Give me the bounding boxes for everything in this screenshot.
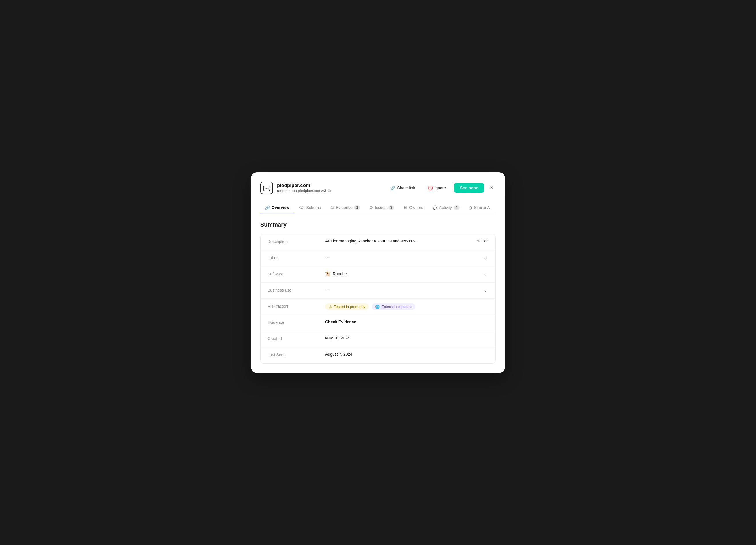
software-row: Software 🐮 Rancher ⌄ [261, 266, 495, 283]
last-seen-value: August 7, 2024 [325, 352, 489, 357]
tab-owners[interactable]: 🖥 Owners [399, 202, 428, 213]
tab-overview[interactable]: 🔗 Overview [260, 202, 294, 213]
header-title: piedpiper.com rancher.app.piedpiper.com/… [277, 183, 331, 193]
similar-icon: ◑ [469, 205, 472, 210]
labels-row: Labels --- ⌄ [261, 250, 495, 266]
last-seen-row: Last Seen August 7, 2024 [261, 347, 495, 364]
external-icon: 🌐 [375, 305, 380, 309]
labels-actions: ⌄ [482, 255, 489, 260]
header: {...} piedpiper.com rancher.app.piedpipe… [260, 181, 496, 194]
summary-title: Summary [260, 221, 496, 228]
risk-badge-external: 🌐 External exposure [372, 304, 415, 310]
close-button[interactable]: × [488, 183, 496, 192]
software-value: 🐮 Rancher [325, 271, 482, 277]
software-badge: 🐮 Rancher [325, 271, 348, 277]
share-icon: 🔗 [390, 185, 395, 190]
tab-similar[interactable]: ◑ Similar A [464, 202, 495, 213]
evidence-row: Evidence Check Evidence [261, 315, 495, 331]
rancher-icon: 🐮 [325, 271, 331, 277]
activity-badge: 4 [454, 205, 460, 210]
copy-icon[interactable]: ⧉ [328, 188, 331, 193]
labels-value: --- [325, 255, 482, 259]
share-link-button[interactable]: 🔗 Share link [386, 183, 420, 192]
domain-url: rancher.app.piedpiper.com/v3 ⧉ [277, 188, 331, 193]
software-actions: ⌄ [482, 271, 489, 277]
risk-factors-value: ⚠ Tested in prod only 🌐 External exposur… [325, 304, 489, 310]
tab-activity[interactable]: 💬 Activity 4 [428, 202, 464, 213]
risk-factors-label: Risk factors [267, 304, 325, 309]
software-chevron[interactable]: ⌄ [482, 271, 489, 277]
evidence-badge: 1 [354, 205, 360, 210]
description-label: Description [267, 239, 325, 244]
description-actions: ✎ Edit [477, 239, 489, 243]
tabs-nav: 🔗 Overview </> Schema ⚖ Evidence 1 ⚙ Iss… [260, 202, 496, 213]
labels-chevron[interactable]: ⌄ [482, 255, 489, 260]
domain-name: piedpiper.com [277, 183, 331, 188]
issues-icon: ⚙ [369, 205, 373, 210]
issues-badge: 3 [388, 205, 394, 210]
edit-icon: ✎ [477, 239, 480, 243]
check-evidence-link[interactable]: Check Evidence [325, 320, 356, 324]
risk-factors-row: Risk factors ⚠ Tested in prod only 🌐 Ext… [261, 299, 495, 315]
overview-icon: 🔗 [265, 205, 270, 210]
last-seen-label: Last Seen [267, 352, 325, 357]
activity-icon: 💬 [433, 205, 437, 210]
header-left: {...} piedpiper.com rancher.app.piedpipe… [260, 181, 331, 194]
warning-icon: ⚠ [329, 305, 332, 309]
business-use-label: Business use [267, 287, 325, 293]
evidence-row-value: Check Evidence [325, 320, 489, 324]
header-actions: 🔗 Share link 🚫 Ignore See scan × [386, 183, 496, 192]
evidence-icon: ⚖ [330, 205, 334, 210]
ignore-icon: 🚫 [428, 185, 433, 190]
summary-card: Description API for managing Rancher res… [260, 234, 496, 364]
software-label: Software [267, 271, 325, 276]
created-row: Created May 10, 2024 [261, 331, 495, 347]
description-row: Description API for managing Rancher res… [261, 234, 495, 250]
business-use-value: --- [325, 287, 482, 292]
business-use-row: Business use --- ⌄ [261, 283, 495, 299]
business-use-actions: ⌄ [482, 287, 489, 293]
see-scan-button[interactable]: See scan [454, 183, 484, 192]
owners-icon: 🖥 [403, 205, 407, 210]
description-value: API for managing Rancher resources and s… [325, 239, 477, 243]
edit-description-button[interactable]: ✎ Edit [477, 239, 489, 243]
logo-icon: {...} [260, 181, 273, 194]
created-label: Created [267, 336, 325, 341]
schema-icon: </> [299, 205, 304, 210]
business-use-chevron[interactable]: ⌄ [482, 287, 489, 293]
tab-evidence[interactable]: ⚖ Evidence 1 [326, 202, 365, 213]
ignore-button[interactable]: 🚫 Ignore [423, 183, 451, 192]
tab-schema[interactable]: </> Schema [294, 202, 326, 213]
main-card: {...} piedpiper.com rancher.app.piedpipe… [251, 172, 505, 373]
labels-label: Labels [267, 255, 325, 260]
created-value: May 10, 2024 [325, 336, 489, 340]
summary-section: Summary Description API for managing Ran… [260, 221, 496, 364]
tab-issues[interactable]: ⚙ Issues 3 [365, 202, 399, 213]
risk-badge-prod: ⚠ Tested in prod only [325, 304, 369, 310]
evidence-row-label: Evidence [267, 320, 325, 325]
